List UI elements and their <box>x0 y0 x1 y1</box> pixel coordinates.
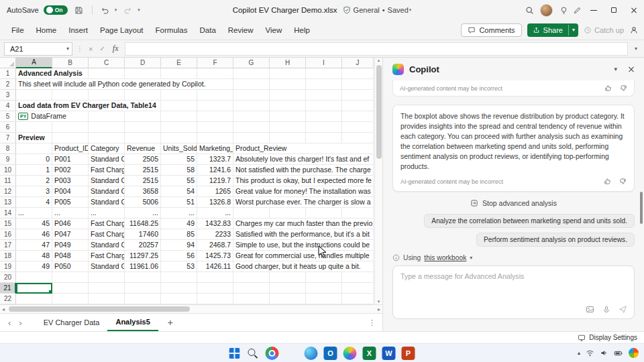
row-header-20[interactable]: 20 <box>0 272 16 283</box>
row-header-10[interactable]: 10 <box>0 165 16 176</box>
taskbar-start-icon[interactable] <box>229 348 240 359</box>
row-header-15[interactable]: 15 <box>0 219 16 229</box>
row-header-12[interactable]: 12 <box>0 186 16 197</box>
cell-E10[interactable]: 58 <box>161 165 197 176</box>
row-header-5[interactable]: 5 <box>0 111 16 122</box>
row-header-6[interactable]: 6 <box>0 122 16 133</box>
scroll-down-icon[interactable]: ▾ <box>378 299 380 304</box>
ribbon-tab-page-layout[interactable]: Page Layout <box>94 20 150 40</box>
taskbar-excel-icon[interactable]: X <box>363 347 376 360</box>
cell-G1[interactable] <box>233 68 270 79</box>
cell-F18[interactable]: 1425.73 <box>197 251 233 261</box>
taskbar-outlook-icon[interactable]: O <box>324 347 337 360</box>
cell-D5[interactable] <box>125 111 161 122</box>
cell-H4[interactable] <box>270 101 306 111</box>
cell-I4[interactable] <box>306 101 342 111</box>
sheet-tab-ev-charger-data[interactable]: EV Charger Data <box>36 314 108 331</box>
row-header-9[interactable]: 9 <box>0 154 16 165</box>
taskbar-chrome-icon[interactable] <box>266 347 279 360</box>
row-header-3[interactable]: 3 <box>0 90 16 101</box>
cell-F9[interactable]: 1323.7 <box>197 154 233 165</box>
cell-D9[interactable]: 2505 <box>125 154 161 165</box>
column-header-D[interactable]: D <box>125 58 161 68</box>
column-header-J[interactable]: J <box>342 58 374 68</box>
row-header-11[interactable]: 11 <box>0 176 16 186</box>
cell-E20[interactable] <box>161 272 197 283</box>
thumbs-down-icon[interactable] <box>620 84 627 92</box>
cell-E1[interactable] <box>161 68 197 79</box>
cell-E17[interactable]: 94 <box>161 240 197 251</box>
formula-bar-expand-icon[interactable]: ▾ <box>632 46 640 52</box>
cell-F8[interactable]: Marketing_ <box>197 143 233 154</box>
cell-E8[interactable]: Units_Sold <box>161 143 197 154</box>
cell-F5[interactable] <box>197 111 233 122</box>
cell-I22[interactable] <box>306 294 342 304</box>
cell-D11[interactable]: 2515 <box>125 176 161 186</box>
cell-I21[interactable] <box>306 283 342 294</box>
cell-A14[interactable]: ... <box>16 208 52 219</box>
cell-G9[interactable]: Absolutely love this charger! It's fast … <box>233 154 374 165</box>
cell-I6[interactable] <box>306 122 342 133</box>
cell-C22[interactable] <box>89 294 125 304</box>
cell-B10[interactable]: P002 <box>52 165 89 176</box>
cell-B16[interactable]: P047 <box>52 229 89 240</box>
cell-A9[interactable]: 0 <box>16 154 52 165</box>
ribbon-tab-file[interactable]: File <box>5 20 30 40</box>
column-header-I[interactable]: I <box>306 58 342 68</box>
cell-H6[interactable] <box>270 122 306 133</box>
cell-J4[interactable] <box>342 101 374 111</box>
cell-G11[interactable]: This product is okay, but I expected mor… <box>233 176 374 186</box>
cell-A1[interactable]: Advanced Analysis <box>16 68 89 79</box>
column-header-A[interactable]: A <box>16 58 52 68</box>
cell-I14[interactable] <box>306 208 342 219</box>
cell-J1[interactable] <box>342 68 374 79</box>
row-header-17[interactable]: 17 <box>0 240 16 251</box>
cell-B13[interactable]: P005 <box>52 197 89 208</box>
cell-E19[interactable]: 53 <box>161 261 197 272</box>
cell-C13[interactable]: Standard C <box>89 197 125 208</box>
cell-E18[interactable]: 56 <box>161 251 197 261</box>
cell-E22[interactable] <box>161 294 197 304</box>
horizontal-scrollbar[interactable]: ◂ ▸ <box>0 304 382 313</box>
insert-function-button[interactable]: fx <box>111 44 121 54</box>
cell-B11[interactable]: P003 <box>52 176 89 186</box>
cell-G7[interactable] <box>233 133 270 143</box>
namebox-chevron-icon[interactable]: ▾ <box>66 46 69 52</box>
cell-C10[interactable]: Fast Charg <box>89 165 125 176</box>
taskbar-corner-icon[interactable] <box>629 348 639 358</box>
autosave-toggle[interactable]: On <box>44 5 68 15</box>
cell-F17[interactable]: 2468.7 <box>197 240 233 251</box>
cell-E4[interactable] <box>161 101 197 111</box>
sheet-next-icon[interactable]: › <box>15 318 25 328</box>
row-header-21[interactable]: 21 <box>0 283 16 294</box>
row-header-18[interactable]: 18 <box>0 251 16 261</box>
cell-C20[interactable] <box>89 272 125 283</box>
cell-B20[interactable] <box>52 272 89 283</box>
cell-A20[interactable] <box>16 272 52 283</box>
cell-G19[interactable]: Good charger, but it heats up quite a bi… <box>233 261 374 272</box>
cell-G21[interactable] <box>233 283 270 294</box>
ribbon-tab-data[interactable]: Data <box>194 20 222 40</box>
cell-A13[interactable]: 4 <box>16 197 52 208</box>
cell-A21[interactable] <box>16 283 52 294</box>
cell-B18[interactable]: P048 <box>52 251 89 261</box>
cell-C12[interactable]: Standard C <box>89 186 125 197</box>
cell-E9[interactable]: 55 <box>161 154 197 165</box>
thumbs-up-icon[interactable] <box>604 84 612 92</box>
cell-B22[interactable] <box>52 294 89 304</box>
sensitivity-cluster[interactable]: General • Saved ▾ <box>343 6 412 14</box>
column-header-C[interactable]: C <box>89 58 125 68</box>
search-icon[interactable] <box>523 3 536 17</box>
sheet-options-icon[interactable]: ⋮ <box>368 318 376 327</box>
sheet-tab-analysis5[interactable]: Analysis5 <box>107 314 158 331</box>
cell-D1[interactable] <box>125 68 161 79</box>
row-header-22[interactable]: 22 <box>0 294 16 304</box>
cell-B7[interactable] <box>52 133 89 143</box>
redo-icon[interactable] <box>121 3 135 17</box>
cell-B21[interactable] <box>52 283 89 294</box>
cell-D18[interactable]: 11297.25 <box>125 251 161 261</box>
cell-G14[interactable] <box>233 208 270 219</box>
volume-icon[interactable] <box>600 349 608 357</box>
cell-D20[interactable] <box>125 272 161 283</box>
cell-A3[interactable] <box>16 90 52 101</box>
